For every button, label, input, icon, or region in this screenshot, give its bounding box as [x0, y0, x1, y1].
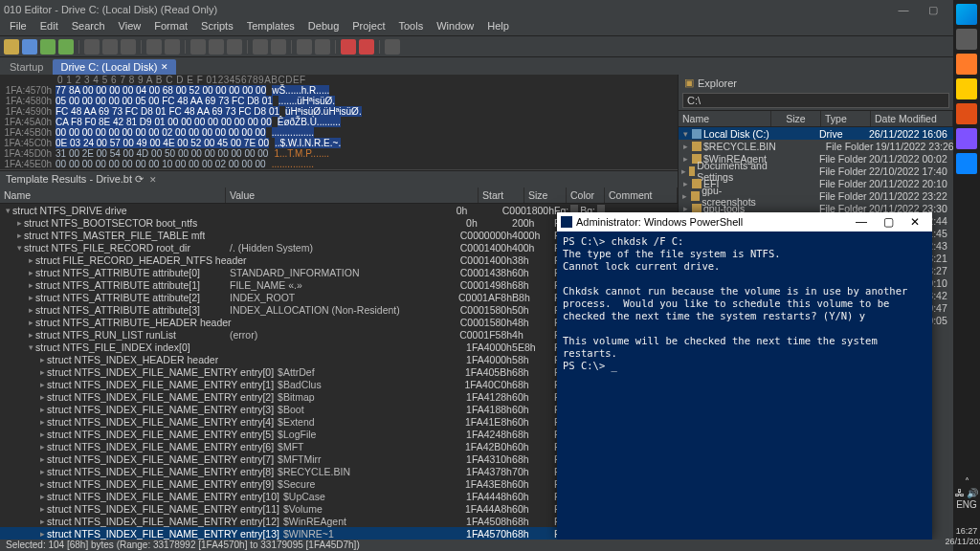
hex-bytes[interactable]: 00 00 00 00 00 00 00 00 10 00 00 00 02 0… [56, 159, 266, 169]
menu-window[interactable]: Window [431, 19, 479, 35]
taskbar-explorer-icon[interactable] [956, 78, 977, 99]
cut-icon[interactable] [84, 39, 100, 55]
tree-twisty-icon[interactable]: ▸ [27, 293, 35, 302]
tree-twisty-icon[interactable]: ▸ [38, 405, 47, 414]
menu-format[interactable]: Format [148, 19, 193, 35]
tree-twisty-icon[interactable]: ▾ [680, 129, 690, 139]
menu-view[interactable]: View [113, 19, 147, 35]
menu-project[interactable]: Project [346, 19, 390, 35]
tray-lang[interactable]: ENG [955, 499, 979, 511]
col-date[interactable]: Date Modified [871, 111, 953, 126]
hex-bytes[interactable]: 05 00 00 00 00 00 05 00 FC 48 AA 69 73 F… [56, 96, 273, 106]
hex-ascii[interactable]: ................ [266, 127, 314, 138]
tree-twisty-icon[interactable]: ▸ [38, 504, 47, 514]
find-icon[interactable] [190, 39, 206, 55]
maximize-button[interactable]: ▢ [875, 215, 902, 229]
tab-drive-c[interactable]: Drive C: (Local Disk)✕ [53, 59, 176, 75]
tree-twisty-icon[interactable]: ▸ [27, 280, 35, 290]
taskbar-app-icon[interactable] [956, 29, 977, 50]
toggle2-icon[interactable] [315, 39, 330, 55]
powershell-title-bar[interactable]: Administrator: Windows PowerShell — ▢ ✕ [557, 212, 932, 231]
save-icon[interactable] [40, 39, 56, 55]
powershell-output[interactable]: PS C:\> chkdsk /F C: The type of the fil… [557, 231, 932, 540]
hex-bytes[interactable]: 31 00 2E 00 54 00 4D 00 50 00 00 00 00 0… [56, 148, 268, 159]
explorer-row[interactable]: ▾Local Disk (C:)Drive26/11/2022 16:06 [679, 127, 953, 140]
hex-bytes[interactable]: FC 48 AA 69 73 FC D8 01 FC 48 AA 69 73 F… [56, 106, 279, 117]
tray-expand-icon[interactable]: ˄ [955, 476, 979, 488]
tree-twisty-icon[interactable]: ▾ [27, 342, 35, 352]
tree-twisty-icon[interactable]: ▸ [15, 231, 24, 240]
tree-twisty-icon[interactable]: ▸ [38, 467, 47, 476]
tree-twisty-icon[interactable]: ▸ [27, 330, 35, 340]
taskbar-app-icon[interactable] [956, 128, 977, 149]
paste-icon[interactable] [121, 39, 136, 55]
hex-ascii[interactable]: ..$.W.I.N.R.E.~. [269, 138, 341, 148]
col-name[interactable]: Name [0, 187, 226, 203]
hex-ascii[interactable]: ÊøðŽB.Ù......... [272, 117, 341, 127]
menu-edit[interactable]: Edit [34, 19, 64, 35]
col-name[interactable]: Name [679, 111, 771, 126]
hex-ascii[interactable]: wŠ......h.R..... [266, 85, 329, 96]
tree-twisty-icon[interactable]: ▸ [38, 417, 47, 427]
tree-twisty-icon[interactable]: ▸ [38, 355, 47, 364]
taskbar-firefox-icon[interactable] [956, 54, 977, 75]
explorer-row[interactable]: ▸gpu-screenshotsFile Folder20/11/2022 23… [679, 189, 953, 202]
tree-twisty-icon[interactable]: ▸ [38, 442, 47, 452]
menu-scripts[interactable]: Scripts [195, 19, 239, 35]
tree-twisty-icon[interactable]: ▸ [38, 380, 47, 389]
tree-twisty-icon[interactable]: ▸ [15, 218, 24, 228]
hex-icon[interactable] [253, 39, 268, 55]
run-script-icon[interactable] [341, 39, 356, 55]
taskbar-clock[interactable]: 16:27 26/11/2022 [945, 526, 980, 547]
tree-twisty-icon[interactable]: ▸ [27, 318, 35, 327]
tree-twisty-icon[interactable]: ▸ [27, 255, 35, 265]
tree-twisty-icon[interactable]: ▾ [15, 243, 24, 253]
col-color[interactable]: Color [567, 187, 605, 203]
menu-templates[interactable]: Templates [241, 19, 301, 35]
maximize-button[interactable]: ▢ [920, 4, 947, 16]
explorer-row[interactable]: ▸$RECYCLE.BINFile Folder19/11/2022 23:26 [679, 140, 953, 152]
taskbar-app-icon[interactable] [956, 103, 977, 124]
tree-twisty-icon[interactable]: ▸ [38, 479, 47, 489]
col-type[interactable]: Type [821, 111, 871, 126]
hex-ascii[interactable]: 1...T.M.P....... [268, 148, 329, 159]
help-icon[interactable] [385, 39, 400, 55]
system-tray[interactable]: ˄ 🖧 🔊 ENG [955, 476, 979, 511]
path-input[interactable] [682, 93, 949, 108]
run-template-icon[interactable] [359, 39, 374, 55]
text-icon[interactable] [271, 39, 286, 55]
tree-twisty-icon[interactable]: ▸ [680, 191, 689, 201]
col-value[interactable]: Value [226, 187, 479, 203]
powershell-window[interactable]: Administrator: Windows PowerShell — ▢ ✕ … [557, 212, 932, 540]
tree-twisty-icon[interactable]: ▸ [38, 529, 47, 539]
save-all-icon[interactable] [58, 39, 74, 55]
tree-twisty-icon[interactable]: ▸ [38, 392, 47, 402]
hex-editor[interactable]: 0 1 2 3 4 5 6 7 8 9 A B C D E F 01234567… [0, 75, 678, 170]
explorer-row[interactable]: ▸Documents and SettingsFile Folder22/10/… [679, 165, 953, 177]
hex-ascii[interactable]: ................ [266, 159, 314, 169]
redo-icon[interactable] [165, 39, 180, 55]
col-size[interactable]: Size [771, 111, 821, 126]
tree-twisty-icon[interactable]: ▸ [27, 305, 35, 315]
find-prev-icon[interactable] [227, 39, 242, 55]
hex-ascii[interactable]: üHªisüØ.üHªisüØ. [279, 106, 362, 117]
hex-bytes[interactable]: CA F8 F0 8E 42 81 D9 01 00 00 00 00 00 0… [56, 117, 272, 127]
tree-twisty-icon[interactable]: ▸ [38, 367, 47, 377]
hex-bytes[interactable]: 00 00 00 00 00 00 00 00 02 00 00 00 00 0… [56, 127, 266, 138]
tree-twisty-icon[interactable]: ▸ [38, 454, 47, 464]
undo-icon[interactable] [146, 39, 162, 55]
tree-twisty-icon[interactable]: ▸ [680, 142, 690, 151]
find-next-icon[interactable] [209, 39, 224, 55]
col-comment[interactable]: Comment [605, 187, 678, 203]
tree-twisty-icon[interactable]: ▸ [680, 204, 690, 213]
tree-twisty-icon[interactable]: ▸ [38, 430, 47, 439]
minimize-button[interactable]: — [848, 215, 875, 229]
menu-help[interactable]: Help [481, 19, 515, 35]
tree-twisty-icon[interactable]: ▸ [680, 166, 687, 176]
open-icon[interactable] [22, 39, 37, 55]
menu-debug[interactable]: Debug [302, 19, 345, 35]
tab-close-icon[interactable]: ✕ [161, 62, 168, 72]
tab-startup[interactable]: Startup [2, 59, 51, 75]
copy-icon[interactable] [102, 39, 118, 55]
new-icon[interactable] [4, 39, 19, 55]
